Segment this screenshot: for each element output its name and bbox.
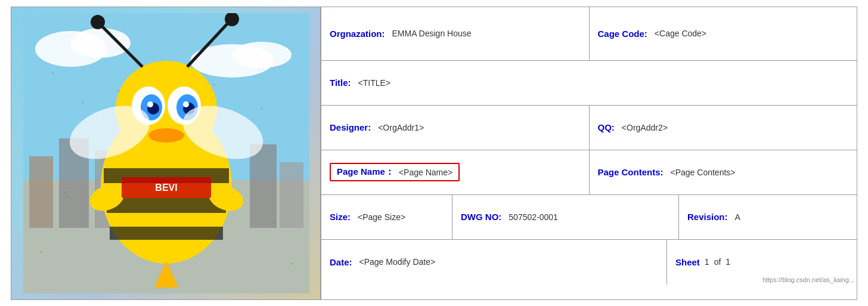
title-block: BEVI Orgnazation: (11, 7, 857, 300)
svg-point-4 (232, 42, 292, 68)
designer-row: Designer: <OrgAddr1> QQ: <OrgAddr2> (321, 106, 857, 150)
qq-value: <OrgAddr2> (622, 123, 668, 132)
title-value: <TITLE> (358, 78, 390, 88)
bee-background: BEVI (11, 7, 321, 299)
title-label: Title: (330, 78, 351, 88)
svg-rect-9 (250, 144, 277, 228)
date-cell: Date: <Page Modify Date> (321, 240, 667, 285)
svg-point-44 (291, 262, 293, 264)
qq-cell: QQ: <OrgAddr2> (590, 106, 857, 150)
organization-cell: Orgnazation: EMMA Design House (321, 7, 590, 60)
page-contents-label: Page Contents: (598, 167, 664, 177)
title-row: Title: <TITLE> (321, 61, 857, 106)
dwg-cell: DWG NO: 507502-0001 (452, 195, 679, 239)
page-contents-value: <Page Contents> (671, 168, 736, 177)
sheet-number: 1 (705, 257, 709, 267)
info-section: Orgnazation: EMMA Design House Cage Code… (321, 7, 857, 299)
svg-point-17 (91, 15, 105, 29)
designer-label: Designer: (330, 122, 371, 132)
page-contents-cell: Page Contents: <Page Contents> (590, 150, 857, 194)
logo-section: BEVI (11, 7, 321, 299)
revision-label: Revision: (687, 212, 728, 222)
sheet-of: of (714, 257, 721, 267)
bee-illustration: BEVI (23, 13, 309, 293)
svg-point-26 (147, 101, 153, 107)
size-cell: Size: <Page Size> (321, 195, 452, 239)
designer-cell: Designer: <OrgAddr1> (321, 106, 590, 150)
svg-point-2 (71, 28, 131, 58)
svg-text:BEVI: BEVI (155, 183, 177, 193)
svg-point-37 (82, 101, 84, 103)
page-name-value: <Page Name> (399, 168, 452, 177)
cage-code-value: <Cage Code> (655, 29, 706, 38)
cage-code-label: Cage Code: (598, 29, 647, 39)
sheet-label: Sheet (675, 257, 700, 267)
svg-point-38 (118, 89, 120, 91)
size-label: Size: (330, 212, 351, 222)
page-name-cell: Page Name： <Page Name> (321, 150, 590, 194)
dwg-no-label: DWG NO: (461, 212, 501, 222)
org-row: Orgnazation: EMMA Design House Cage Code… (321, 7, 857, 61)
cage-code-cell: Cage Code: <Cage Code> (590, 7, 857, 60)
organization-value: EMMA Design House (392, 29, 472, 38)
revision-cell: Revision: A (679, 195, 857, 239)
date-value: <Page Modify Date> (359, 257, 436, 267)
pagename-row: Page Name： <Page Name> Page Contents: <P… (321, 150, 857, 195)
svg-rect-6 (29, 156, 53, 228)
date-row: Date: <Page Modify Date> Sheet 1 of 1 ht… (321, 240, 857, 285)
svg-point-42 (273, 221, 275, 222)
size-value: <Page Size> (358, 212, 405, 222)
page-name-highlight: Page Name： <Page Name> (330, 163, 460, 181)
qq-label: QQ: (598, 122, 615, 132)
svg-rect-13 (107, 198, 226, 213)
svg-point-28 (148, 128, 184, 143)
revision-value: A (735, 212, 740, 222)
svg-point-39 (213, 84, 215, 85)
size-row: Size: <Page Size> DWG NO: 507502-0001 Re… (321, 195, 857, 240)
svg-point-40 (261, 107, 263, 109)
organization-label: Orgnazation: (330, 29, 385, 39)
svg-rect-14 (110, 227, 223, 240)
date-label: Date: (330, 257, 352, 267)
watermark: https://blog.csdn.net/as_liaing... (762, 276, 854, 283)
svg-point-36 (52, 72, 54, 73)
title-cell: Title: <TITLE> (321, 61, 857, 105)
page-name-label: Page Name： (337, 166, 394, 178)
svg-rect-10 (280, 162, 303, 228)
designer-value: <OrgAddr1> (378, 123, 424, 132)
svg-point-41 (64, 191, 66, 193)
dwg-no-value: 507502-0001 (509, 212, 558, 222)
svg-point-27 (183, 101, 189, 107)
svg-point-43 (41, 251, 42, 252)
sheet-total: 1 (726, 257, 730, 267)
